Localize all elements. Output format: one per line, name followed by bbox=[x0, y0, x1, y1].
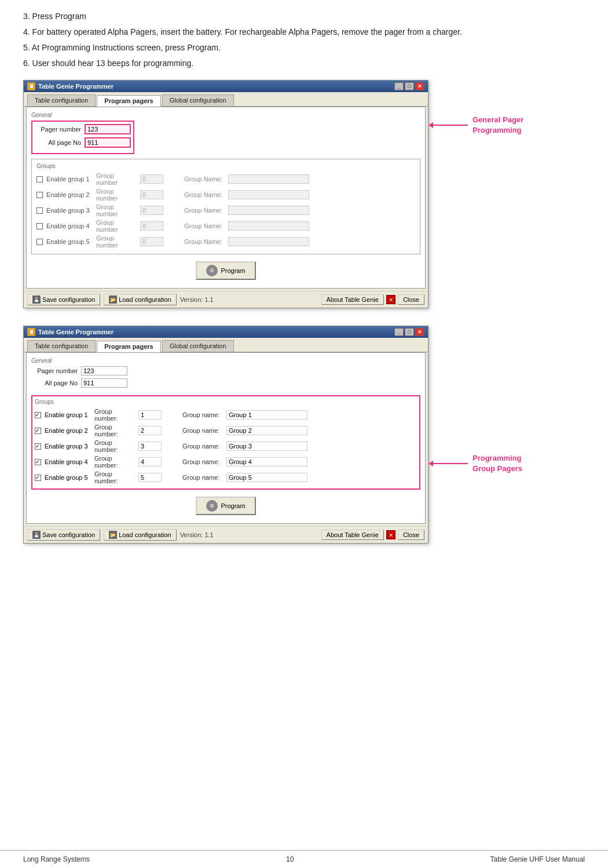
dialog1-x-btn[interactable]: ✕ bbox=[386, 295, 395, 304]
dialog2-group5-row: Enable group 5 Group number: Group name: bbox=[35, 471, 417, 484]
dialog2-group3-numlabel: Group number: bbox=[94, 439, 135, 453]
dialog1-annotation-arrow: General PagerProgramming bbox=[428, 115, 523, 136]
dialog1-tab-program-pagers[interactable]: Program pagers bbox=[97, 95, 160, 107]
dialog1-pager-number-input[interactable] bbox=[85, 124, 131, 134]
dialog1-groups-label: Groups bbox=[36, 163, 415, 169]
dialog2-group4-nameinput[interactable] bbox=[226, 457, 307, 466]
dialog2-group1-numinput[interactable] bbox=[138, 410, 162, 420]
dialog2-group3-nameinput[interactable] bbox=[226, 442, 307, 451]
dialog1-icon: 🖥 bbox=[27, 82, 35, 90]
dialog1-minimize-btn[interactable]: _ bbox=[394, 82, 404, 90]
step-4: 4. For battery operated Alpha Pagers, in… bbox=[23, 26, 585, 38]
dialog2: 🖥 Table Genie Programmer _ □ ✕ Table con… bbox=[23, 326, 585, 544]
dialog2-group1-row: Enable group 1 Group number: Group name: bbox=[35, 408, 417, 422]
dialog1-group2-numlabel: Group number bbox=[96, 188, 137, 202]
dialog1-group5-numinput[interactable] bbox=[140, 237, 163, 246]
dialog2-group2-check[interactable] bbox=[35, 428, 41, 434]
dialog2-group3-label: Enable group 3 bbox=[45, 443, 91, 450]
dialog2-controls[interactable]: _ □ ✕ bbox=[394, 328, 424, 336]
dialog2-group3-check[interactable] bbox=[35, 443, 41, 450]
dialog2-group1-check[interactable] bbox=[35, 412, 41, 418]
dialog1-group4-numinput[interactable] bbox=[140, 221, 163, 231]
dialog2-group5-numinput[interactable] bbox=[138, 473, 162, 482]
dialog1-group5-check[interactable] bbox=[36, 239, 43, 245]
dialog2-group5-check[interactable] bbox=[35, 475, 41, 481]
dialog2-title: Table Genie Programmer bbox=[38, 329, 113, 335]
dialog1-group4-numlabel: Group number bbox=[96, 219, 137, 233]
dialog2-close-text-btn[interactable]: Close bbox=[398, 530, 424, 540]
dialog2-group2-nameinput[interactable] bbox=[226, 426, 307, 435]
dialog1-load-btn[interactable]: 📂 Load configuration bbox=[104, 294, 177, 305]
dialog2-footer: 💾 Save configuration 📂 Load configuratio… bbox=[24, 526, 428, 543]
dialog2-about-btn[interactable]: About Table Genie bbox=[321, 530, 384, 540]
dialog1-maximize-btn[interactable]: □ bbox=[405, 82, 414, 90]
dialog1-group3-row: Enable group 3 Group number Group Name: bbox=[36, 203, 415, 217]
dialog2-program-btn-row: ⚙ Program bbox=[31, 497, 420, 515]
dialog1-load-label: Load configuration bbox=[119, 296, 171, 303]
dialog1-program-label: Program bbox=[221, 267, 245, 274]
step-5: 5. At Programming Instructions screen, p… bbox=[23, 42, 585, 54]
dialog2-group4-numinput[interactable] bbox=[138, 457, 162, 466]
dialog2-tab-global-config[interactable]: Global configuration bbox=[162, 340, 234, 352]
dialog2-close-btn[interactable]: ✕ bbox=[415, 328, 424, 336]
dialog1-group1-check[interactable] bbox=[36, 176, 43, 183]
dialog2-tab-table-config[interactable]: Table configuration bbox=[27, 340, 96, 352]
dialog1-save-icon: 💾 bbox=[32, 296, 41, 304]
dialog2-program-button[interactable]: ⚙ Program bbox=[196, 497, 255, 515]
dialog1-close-btn[interactable]: ✕ bbox=[415, 82, 424, 90]
dialog2-allpage-input[interactable] bbox=[81, 378, 127, 388]
dialog2-maximize-btn[interactable]: □ bbox=[405, 328, 414, 336]
dialog1-group1-nameinput[interactable] bbox=[228, 174, 309, 184]
dialog1-group2-nameinput[interactable] bbox=[228, 190, 309, 199]
dialog1-program-button[interactable]: ⚙ Program bbox=[196, 261, 255, 280]
dialog1-close-text-btn[interactable]: Close bbox=[398, 294, 424, 305]
dialog1-titlebar: 🖥 Table Genie Programmer _ □ ✕ bbox=[24, 81, 428, 92]
dialog1-save-btn[interactable]: 💾 Save configuration bbox=[27, 294, 100, 305]
dialog1-group4-check[interactable] bbox=[36, 223, 43, 229]
dialog2-annotation-text: ProgrammingGroup Pagers bbox=[473, 453, 522, 474]
dialog2-load-btn[interactable]: 📂 Load configuration bbox=[104, 529, 177, 541]
dialog2-icon: 🖥 bbox=[27, 328, 35, 336]
dialog1-allpage-input[interactable] bbox=[85, 137, 131, 148]
dialog2-allpage-label: All page No bbox=[31, 380, 78, 386]
dialog1-about-btn[interactable]: About Table Genie bbox=[321, 294, 384, 305]
dialog2-group1-nameinput[interactable] bbox=[226, 410, 307, 420]
footer-right: Table Genie UHF User Manual bbox=[490, 855, 585, 863]
dialog2-tab-program-pagers[interactable]: Program pagers bbox=[97, 341, 160, 352]
dialog1-group2-numinput[interactable] bbox=[140, 190, 163, 199]
dialog1-group3-numinput[interactable] bbox=[140, 206, 163, 215]
dialog2-arrowhead bbox=[428, 461, 433, 466]
dialog1-tabs: Table configuration Program pagers Globa… bbox=[24, 92, 428, 107]
dialog1-program-btn-row: ⚙ Program bbox=[31, 261, 420, 280]
dialog2-body: General Pager number All page No bbox=[26, 352, 426, 524]
dialog2-group2-namelabel: Group name: bbox=[182, 427, 223, 434]
dialog1-group2-check[interactable] bbox=[36, 192, 43, 198]
dialog2-group2-numinput[interactable] bbox=[138, 426, 162, 435]
dialog2-save-btn[interactable]: 💾 Save configuration bbox=[27, 529, 100, 541]
dialog1-tab-table-config[interactable]: Table configuration bbox=[27, 94, 96, 106]
dialog2-pager-number-input[interactable] bbox=[81, 366, 127, 375]
dialog2-group3-numinput[interactable] bbox=[138, 442, 162, 451]
dialog2-prog-icon: ⚙ bbox=[206, 500, 218, 512]
dialog2-group1-namelabel: Group name: bbox=[182, 411, 223, 418]
dialog1-controls[interactable]: _ □ ✕ bbox=[394, 82, 424, 90]
dialog1-footer: 💾 Save configuration 📂 Load configuratio… bbox=[24, 291, 428, 308]
dialog1-group5-numlabel: Group number bbox=[96, 235, 137, 249]
dialog1-group3-check[interactable] bbox=[36, 207, 43, 214]
dialog1-group4-namelabel: Group Name: bbox=[184, 223, 225, 229]
dialog1-tab-global-config[interactable]: Global configuration bbox=[162, 94, 234, 106]
dialog2-arrow-line bbox=[433, 463, 468, 464]
dialog2-group4-check[interactable] bbox=[35, 459, 41, 465]
dialog2-group5-nameinput[interactable] bbox=[226, 473, 307, 482]
dialog2-x-btn[interactable]: ✕ bbox=[386, 530, 395, 539]
dialog1-group1-numinput[interactable] bbox=[140, 174, 163, 184]
dialog2-minimize-btn[interactable]: _ bbox=[394, 328, 404, 336]
page-footer: Long Range Systems 10 Table Genie UHF Us… bbox=[0, 850, 608, 868]
dialog1-annotation-text: General PagerProgramming bbox=[473, 115, 523, 136]
dialog1-group3-nameinput[interactable] bbox=[228, 206, 309, 215]
steps-list: 3. Press Program 4. For battery operated… bbox=[23, 10, 585, 70]
dialog1-group5-nameinput[interactable] bbox=[228, 237, 309, 246]
dialog2-group3-row: Enable group 3 Group number: Group name: bbox=[35, 439, 417, 453]
dialog1-general-label: General bbox=[31, 112, 420, 118]
dialog1-group4-nameinput[interactable] bbox=[228, 221, 309, 231]
